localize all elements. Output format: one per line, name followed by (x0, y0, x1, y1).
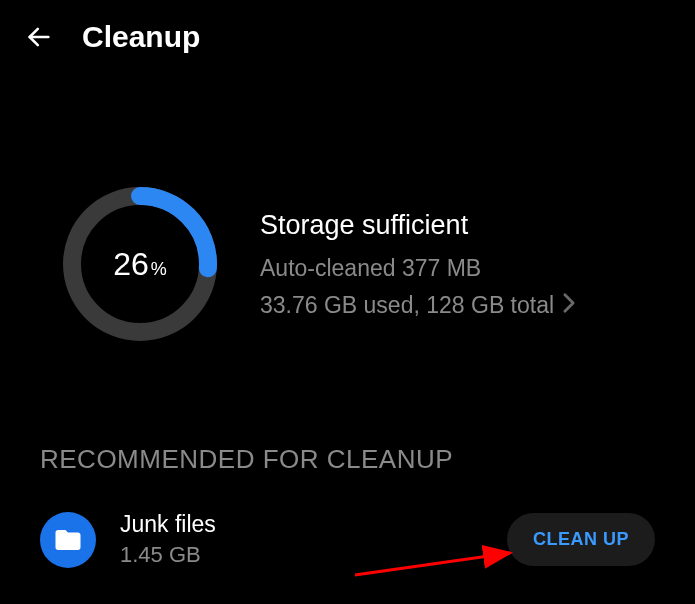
storage-status-title: Storage sufficient (260, 210, 655, 241)
item-info: Junk files 1.45 GB (120, 511, 483, 568)
recommended-section-header: RECOMMENDED FOR CLEANUP (0, 384, 695, 503)
header: Cleanup (0, 0, 695, 74)
percentage-value: 26 (113, 246, 149, 283)
storage-usage-detail: 33.76 GB used, 128 GB total (260, 292, 554, 319)
storage-auto-cleaned: Auto-cleaned 377 MB (260, 255, 655, 282)
item-title: Junk files (120, 511, 483, 538)
storage-percentage: 26 % (113, 246, 167, 283)
storage-summary[interactable]: 26 % Storage sufficient Auto-cleaned 377… (0, 74, 695, 384)
cleanup-button[interactable]: CLEAN UP (507, 513, 655, 566)
storage-detail-row: 33.76 GB used, 128 GB total (260, 292, 655, 319)
recommendation-item: Junk files 1.45 GB CLEAN UP (0, 503, 695, 576)
storage-ring: 26 % (60, 184, 220, 344)
chevron-right-icon (562, 292, 576, 318)
item-size: 1.45 GB (120, 542, 483, 568)
page-title: Cleanup (82, 20, 200, 54)
back-icon[interactable] (24, 22, 54, 52)
storage-info: Storage sufficient Auto-cleaned 377 MB 3… (260, 210, 655, 319)
percent-symbol: % (151, 259, 167, 280)
folder-icon (40, 512, 96, 568)
